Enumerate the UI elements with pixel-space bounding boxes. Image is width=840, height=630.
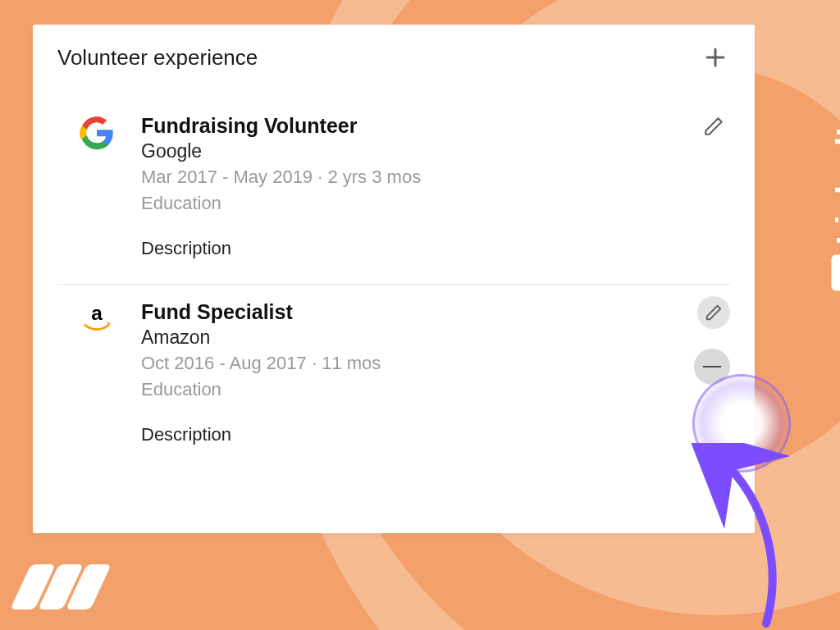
volunteer-entry: Fundraising Volunteer Google Mar 2017 - … (57, 98, 730, 284)
edit-entry-button[interactable] (697, 110, 730, 143)
add-volunteer-experience-button[interactable] (701, 43, 730, 72)
volunteer-experience-card: Volunteer experience Fundraising Volunte… (33, 25, 755, 533)
org-logo-amazon: a (77, 299, 116, 339)
amazon-icon: a (78, 300, 116, 338)
edit-entry-button[interactable] (697, 296, 730, 329)
linkedin-watermark: in LinkedIn (830, 107, 840, 290)
section-title: Volunteer experience (57, 45, 258, 71)
pencil-icon (705, 304, 723, 322)
entry-role: Fundraising Volunteer (141, 113, 730, 139)
svg-text:a: a (91, 303, 103, 325)
entry-cause: Education (141, 190, 730, 217)
entry-org: Google (141, 139, 730, 164)
google-icon (80, 116, 114, 150)
brand-stripes-icon (21, 564, 104, 609)
linkedin-icon: in (831, 254, 841, 290)
entry-description: Description (141, 238, 730, 259)
entry-role: Fund Specialist (141, 299, 730, 325)
entry-description: Description (141, 424, 730, 445)
entry-dates: Oct 2016 - Aug 2017 · 11 mos (141, 350, 730, 377)
pencil-icon (703, 116, 724, 137)
tutorial-slide: in LinkedIn Volunteer experience Fundrai… (0, 0, 840, 630)
plus-icon (703, 45, 728, 70)
reorder-entries-button[interactable] (694, 349, 730, 385)
volunteer-entry: a Fund Specialist Amazon Oct 2016 - Aug … (57, 284, 730, 470)
hamburger-icon (703, 366, 721, 368)
linkedin-label: LinkedIn (830, 107, 840, 244)
org-logo-google (77, 113, 116, 153)
entry-dates: Mar 2017 - May 2019 · 2 yrs 3 mos (141, 164, 730, 190)
entry-cause: Education (141, 377, 730, 403)
entry-org: Amazon (141, 325, 730, 350)
